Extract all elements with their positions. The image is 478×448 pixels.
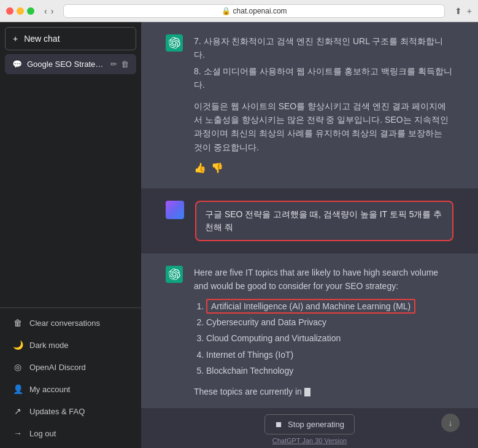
user-avatar	[166, 201, 184, 219]
delete-icon[interactable]: 🗑	[121, 60, 129, 69]
account-label: My account	[29, 385, 70, 394]
message-inner: 7. 사용자 친화적이고 검색 엔진 친화적인 URL 구조를 최적화합니다. …	[166, 34, 453, 176]
external-link-icon: ↗	[12, 406, 23, 416]
feedback-icons: 👍 👎	[194, 160, 453, 176]
url-text: chat.openai.com	[233, 7, 287, 15]
stop-generating-button[interactable]: ⏹ Stop generating	[264, 414, 355, 434]
lock-icon: 🔒	[222, 7, 231, 15]
assistant-inner-2: Here are five IT topics that are likely …	[166, 266, 453, 399]
app-container: + New chat 💬 Google SEO Strategy O ✏ 🗑 🗑…	[0, 22, 478, 448]
user-text-1: 구글 SEO 전략을 고려했을 때, 검색량이 높을 IT 토픽 5개를 추천해…	[195, 201, 453, 241]
user-bubble: 구글 SEO 전략을 고려했을 때, 검색량이 높을 IT 토픽 5개를 추천해…	[195, 201, 453, 241]
footer-link[interactable]: ChatGPT Jan 30 Version	[272, 437, 347, 444]
intro-text: Here are five IT topics that are likely …	[194, 266, 453, 293]
thumbs-down-icon[interactable]: 👎	[211, 160, 223, 176]
stop-label: Stop generating	[288, 420, 344, 429]
discord-label: OpenAI Discord	[29, 363, 86, 372]
topic-2: Cybersecurity and Data Privacy	[206, 315, 453, 329]
clear-label: Clear conversations	[29, 319, 100, 328]
dark-mode-label: Dark mode	[29, 341, 69, 350]
chat-footer: ChatGPT Jan 30 Version	[141, 437, 478, 448]
chat-item[interactable]: 💬 Google SEO Strategy O ✏ 🗑	[5, 54, 136, 74]
gpt-avatar	[166, 34, 183, 52]
edit-icon[interactable]: ✏	[110, 60, 117, 69]
new-chat-label: New chat	[24, 34, 60, 44]
gpt-avatar-2	[166, 266, 183, 283]
topic-3: Cloud Computing and Virtualization	[206, 331, 453, 345]
new-chat-button[interactable]: + New chat	[5, 27, 136, 50]
topic-1-highlight: Artificial Intelligence (AI) and Machine…	[206, 299, 415, 314]
moon-icon: 🌙	[12, 340, 23, 350]
discord-icon: ◎	[12, 362, 23, 372]
sidebar-item-discord[interactable]: ◎ OpenAI Discord	[5, 356, 136, 378]
stop-square-icon: ⏹	[275, 420, 283, 429]
sidebar-item-dark-mode[interactable]: 🌙 Dark mode	[5, 334, 136, 356]
chat-item-title: Google SEO Strategy O	[27, 60, 106, 69]
user-icon: 👤	[12, 384, 23, 394]
traffic-lights	[6, 7, 34, 15]
add-tab-icon[interactable]: +	[467, 6, 472, 16]
topic-1: Artificial Intelligence (AI) and Machine…	[206, 299, 453, 313]
cursor	[304, 388, 310, 396]
it-topics-list: Artificial Intelligence (AI) and Machine…	[194, 299, 453, 378]
browser-chrome: ‹ › 🔒 chat.openai.com ⬆ +	[0, 0, 478, 22]
partial-text-content: These topics are currently in	[194, 385, 302, 398]
sidebar-bottom: 🗑 Clear conversations 🌙 Dark mode ◎ Open…	[0, 307, 141, 448]
sidebar: + New chat 💬 Google SEO Strategy O ✏ 🗑 🗑…	[0, 22, 141, 448]
topic-5: Blockchain Technology	[206, 364, 453, 377]
thumbs-up-icon[interactable]: 👍	[194, 160, 206, 176]
nav-buttons: ‹ ›	[44, 6, 53, 16]
chat-messages[interactable]: 7. 사용자 친화적이고 검색 엔진 친화적인 URL 구조를 최적화합니다. …	[141, 22, 478, 408]
trash-icon: 🗑	[12, 318, 23, 328]
sidebar-item-logout[interactable]: → Log out	[5, 422, 136, 444]
chat-bubble-icon: 💬	[12, 60, 22, 69]
forward-button[interactable]: ›	[51, 6, 54, 16]
maximize-button[interactable]	[27, 7, 34, 15]
line-7: 7. 사용자 친화적이고 검색 엔진 친화적인 URL 구조를 최적화합니다.	[194, 34, 453, 62]
share-icon[interactable]: ⬆	[455, 6, 462, 16]
browser-actions: ⬆ +	[455, 6, 472, 16]
minimize-button[interactable]	[17, 7, 24, 15]
topic-4: Internet of Things (IoT)	[206, 348, 453, 361]
close-button[interactable]	[6, 7, 13, 15]
user-message-inner: 구글 SEO 전략을 고려했을 때, 검색량이 높을 IT 토픽 5개를 추천해…	[166, 201, 453, 241]
logout-icon: →	[12, 428, 23, 438]
address-bar[interactable]: 🔒 chat.openai.com	[63, 4, 444, 18]
input-area-wrapper: ⏹ Stop generating ↓ ChatGPT Jan 30 Versi…	[141, 408, 478, 448]
plus-icon: +	[13, 34, 18, 44]
assistant-message-2: Here are five IT topics that are likely …	[141, 253, 478, 408]
partial-response: These topics are currently in	[194, 385, 453, 398]
sidebar-top: + New chat 💬 Google SEO Strategy O ✏ 🗑	[0, 22, 141, 307]
logout-label: Log out	[29, 429, 56, 438]
main-content: 7. 사용자 친화적이고 검색 엔진 친화적인 URL 구조를 최적화합니다. …	[141, 22, 478, 448]
paragraph-seo: 이것들은 웹 사이트의 SEO를 향상시키고 검색 엔진 결과 페이지에서 노출…	[194, 99, 453, 155]
back-button[interactable]: ‹	[44, 6, 47, 16]
stop-area: ⏹ Stop generating ↓	[141, 408, 478, 437]
arrow-down-icon: ↓	[449, 418, 453, 428]
line-8: 8. 소셜 미디어를 사용하여 웹 사이트를 홍보하고 백링크를 획득합니다.	[194, 64, 453, 92]
faq-label: Updates & FAQ	[29, 407, 85, 416]
user-message-1: 구글 SEO 전략을 고려했을 때, 검색량이 높을 IT 토픽 5개를 추천해…	[141, 188, 478, 253]
sidebar-item-clear[interactable]: 🗑 Clear conversations	[5, 312, 136, 334]
scroll-down-button[interactable]: ↓	[441, 414, 460, 432]
assistant-text-1: 7. 사용자 친화적이고 검색 엔진 친화적인 URL 구조를 최적화합니다. …	[194, 34, 453, 176]
assistant-text-2: Here are five IT topics that are likely …	[194, 266, 453, 399]
chat-item-actions: ✏ 🗑	[110, 60, 129, 69]
sidebar-item-account[interactable]: 👤 My account	[5, 378, 136, 400]
assistant-message-1: 7. 사용자 친화적이고 검색 엔진 친화적인 URL 구조를 최적화합니다. …	[141, 22, 478, 188]
sidebar-item-faq[interactable]: ↗ Updates & FAQ	[5, 400, 136, 422]
